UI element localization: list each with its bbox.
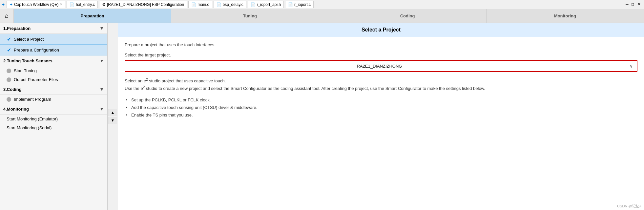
project-select-wrapper: RA2E1_DIANZIZHONG ∨ — [125, 60, 637, 72]
tab-label: bsp_delay.c — [223, 2, 243, 7]
main-area: 1.Preparation ▼ ✔ Select a Project ✔ Pre… — [0, 23, 644, 210]
tab-icon: 📄 — [251, 2, 256, 7]
tab-label: r_ioport.c — [294, 2, 311, 7]
app-icon: ✦ — [1, 2, 5, 7]
chevron-down-icon: ▼ — [99, 58, 104, 63]
sidebar-item-label: Select a Project — [14, 37, 44, 42]
tab-icon: 📄 — [191, 2, 196, 7]
tab-icon: 📄 — [217, 2, 221, 7]
target-project-label: Select the target project. — [125, 52, 637, 57]
project-select-value: RA2E1_DIANZIZHONG — [129, 64, 630, 69]
tab-bsp-delay[interactable]: 📄 bsp_delay.c — [214, 1, 246, 8]
sidebar-item-label: Implement Program — [14, 97, 51, 102]
tab-label: main.c — [197, 2, 209, 7]
content-body: Prepare a project that uses the touch in… — [118, 37, 644, 124]
tab-icon: 📄 — [70, 2, 74, 7]
sidebar-item-start-monitoring-serial[interactable]: Start Monitoring (Serial) — [0, 123, 107, 132]
tab-main-c[interactable]: 📄 main.c — [188, 1, 212, 8]
workflow-step-coding[interactable]: Coding — [329, 9, 487, 23]
bullet-item-1: Set up the PCLKB, PCLKL or FCLK clock. — [125, 96, 637, 104]
minimize-button[interactable]: ─ — [626, 2, 631, 7]
circle-icon — [7, 97, 11, 102]
dropdown-arrow-icon: ∨ — [630, 63, 633, 69]
tab-label: CapTouch Workflow (QE) — [14, 2, 58, 7]
sidebar-item-label: Start Monitoring (Serial) — [7, 125, 52, 130]
nav-down-button[interactable]: ▼ — [109, 117, 117, 124]
step-label: Monitoring — [554, 13, 576, 18]
close-button[interactable]: ✕ — [637, 2, 643, 7]
tab-label: hal_entry.c — [76, 2, 95, 7]
title-bar: ✦ ✦ CapTouch Workflow (QE) ✕ 📄 hal_entry… — [0, 0, 644, 9]
tab-close-captouch[interactable]: ✕ — [60, 3, 62, 6]
sidebar-section-preparation[interactable]: 1.Preparation ▼ — [0, 23, 107, 34]
step-label: Tuning — [243, 13, 257, 18]
chevron-down-icon: ▼ — [99, 106, 104, 112]
workflow-step-monitoring[interactable]: Monitoring — [487, 9, 644, 23]
tab-ioport-c[interactable]: 📄 r_ioport.c — [285, 1, 314, 8]
maximize-button[interactable]: □ — [632, 2, 637, 7]
section-title: 1.Preparation — [3, 26, 31, 31]
nav-arrows-panel: ▲ ▼ — [108, 23, 118, 210]
sidebar-item-label: Start Monitoring (Emulator) — [7, 116, 58, 121]
home-icon: ⌂ — [5, 12, 9, 19]
sidebar-item-start-tuning[interactable]: Start Tuning — [0, 66, 107, 75]
tab-hal-entry[interactable]: 📄 hal_entry.c — [67, 1, 98, 8]
sidebar-item-output-params[interactable]: Output Parameter Files — [0, 75, 107, 84]
tab-captouch-workflow[interactable]: ✦ CapTouch Workflow (QE) ✕ — [7, 1, 65, 8]
instruction-line-2: Use the e2 studio to create a new projec… — [125, 85, 637, 92]
sidebar-item-implement-program[interactable]: Implement Program — [0, 95, 107, 104]
sidebar-item-label: Start Tuning — [14, 68, 37, 73]
bullet-list: Set up the PCLKB, PCLKL or FCLK clock. A… — [125, 96, 637, 119]
watermark: CSDN @记忆+ — [617, 204, 641, 209]
tab-label: r_ioport_api.h — [257, 2, 281, 7]
content-title: Select a Project — [118, 23, 644, 37]
nav-up-button[interactable]: ▲ — [109, 109, 117, 116]
sidebar-section-monitoring[interactable]: 4.Monitoring ▼ — [0, 104, 107, 115]
circle-icon — [7, 69, 11, 73]
project-dropdown[interactable]: RA2E1_DIANZIZHONG ∨ — [125, 61, 637, 71]
tab-fsp-config[interactable]: ⚙ [RA2E1_DIANZIZHONG] FSP Configuration — [99, 1, 187, 8]
instruction-line-1: Select an e2 studio project that uses ca… — [125, 77, 637, 85]
workflow-step-tuning[interactable]: Tuning — [171, 9, 329, 23]
section-title: 2.Tuning Touch Sensors — [3, 58, 52, 63]
sidebar-item-prepare-config[interactable]: ✔ Prepare a Configuration — [0, 45, 107, 55]
home-button[interactable]: ⌂ — [0, 9, 14, 23]
sidebar-section-tuning[interactable]: 2.Tuning Touch Sensors ▼ — [0, 55, 107, 66]
instruction-block: Select an e2 studio project that uses ca… — [125, 77, 637, 92]
tab-icon: ✦ — [10, 2, 13, 7]
content-area: Select a Project Prepare a project that … — [118, 23, 644, 210]
tab-ioport-api[interactable]: 📄 r_ioport_api.h — [248, 1, 284, 8]
check-icon: ✔ — [7, 47, 11, 53]
chevron-down-icon: ▼ — [99, 87, 104, 92]
page-title: Select a Project — [362, 27, 401, 33]
sidebar-item-start-monitoring-emulator[interactable]: Start Monitoring (Emulator) — [0, 115, 107, 123]
section-title: 4.Monitoring — [3, 107, 29, 112]
step-label: Preparation — [81, 13, 104, 18]
sidebar-item-label: Output Parameter Files — [14, 77, 58, 82]
check-icon: ✔ — [7, 36, 11, 42]
step-label: Coding — [400, 13, 415, 18]
sidebar-item-label: Prepare a Configuration — [14, 48, 59, 52]
tab-label: [RA2E1_DIANZIZHONG] FSP Configuration — [107, 2, 184, 7]
sidebar: 1.Preparation ▼ ✔ Select a Project ✔ Pre… — [0, 23, 108, 210]
tab-icon: 📄 — [288, 2, 293, 7]
section-title: 3.Coding — [3, 87, 22, 92]
bullet-item-3: Enable the TS pins that you use. — [125, 111, 637, 119]
workflow-header: ⌂ Preparation Tuning Coding Monitoring — [0, 9, 644, 23]
tab-icon: ⚙ — [102, 2, 106, 7]
workflow-step-preparation[interactable]: Preparation — [14, 9, 171, 23]
circle-icon — [7, 77, 11, 82]
window-controls: ─ □ ✕ — [626, 2, 643, 7]
chevron-down-icon: ▼ — [99, 26, 104, 31]
content-subtitle: Prepare a project that uses the touch in… — [125, 42, 637, 47]
sidebar-item-select-project[interactable]: ✔ Select a Project — [0, 34, 107, 45]
bullet-item-2: Add the capacitive touch sensing unit (C… — [125, 104, 637, 111]
sidebar-section-coding[interactable]: 3.Coding ▼ — [0, 84, 107, 95]
